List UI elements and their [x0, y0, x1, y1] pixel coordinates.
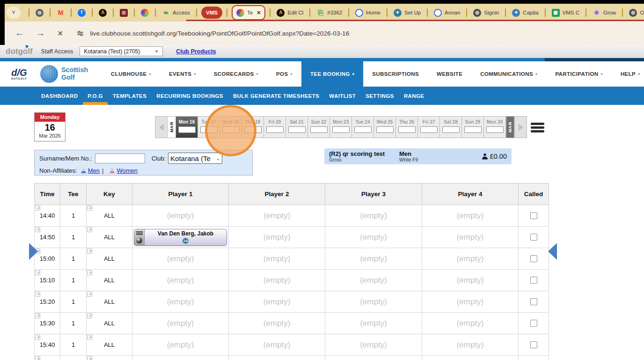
- player-slot-cell[interactable]: (empty): [325, 291, 422, 313]
- tab-signin[interactable]: ◍Signin: [471, 6, 501, 20]
- tab-3362[interactable]: ⎘#3362: [315, 6, 344, 20]
- key-cell[interactable]: ALL: [87, 270, 132, 291]
- player-slot-cell[interactable]: (empty): [229, 291, 325, 313]
- carousel-day-sat-21[interactable]: Sat 21: [286, 116, 308, 138]
- player-slot-cell[interactable]: (empty): [229, 270, 325, 291]
- pinned-tab-globe[interactable]: ◍: [34, 6, 45, 20]
- pinned-tab-facebook[interactable]: f: [76, 6, 88, 20]
- tab-teebooking[interactable]: Te✕: [232, 5, 265, 20]
- tab-onboa[interactable]: ◍Onboa: [627, 6, 644, 20]
- player-slot-cell[interactable]: (empty): [422, 248, 519, 270]
- player-slot-cell[interactable]: (empty): [132, 334, 229, 356]
- player-slot-cell[interactable]: (empty): [229, 248, 325, 270]
- scroll-right-arrow-icon[interactable]: [548, 243, 557, 260]
- nav-item-help[interactable]: HELP▾: [612, 61, 644, 87]
- sub-nav-settings[interactable]: SETTINGS: [361, 87, 399, 105]
- key-cell[interactable]: ALL: [87, 313, 132, 334]
- time-cell[interactable]: 15:40: [35, 334, 60, 356]
- scroll-left-arrow-icon[interactable]: [29, 243, 38, 260]
- time-cell[interactable]: 14:40: [35, 205, 60, 227]
- nav-item-clubhouse[interactable]: CLUBHOUSE▾: [102, 61, 160, 87]
- tab-annan[interactable]: Annan: [432, 6, 462, 20]
- player-slot-cell[interactable]: (empty): [422, 227, 519, 248]
- nav-item-scorecards[interactable]: SCORECARDS▾: [205, 61, 267, 87]
- player-slot-cell[interactable]: (empty): [325, 270, 422, 291]
- player-slot-cell[interactable]: (empty): [132, 205, 229, 227]
- sub-nav-range[interactable]: RANGE: [399, 87, 429, 105]
- pinned-tab-athletic[interactable]: A: [97, 6, 109, 20]
- men-link[interactable]: Men: [88, 167, 100, 174]
- tab-capita[interactable]: ✦Capita: [510, 6, 540, 20]
- player-slot-cell[interactable]: (empty): [325, 248, 422, 270]
- carousel-prev-button[interactable]: [155, 116, 168, 138]
- drag-handle[interactable]: [134, 229, 145, 245]
- sub-nav-dashboard[interactable]: DASHBOARD: [37, 87, 82, 105]
- player-slot-cell[interactable]: (empty): [132, 313, 229, 334]
- player-slot-cell[interactable]: (empty): [325, 313, 422, 334]
- tab-close-icon[interactable]: ✕: [256, 10, 261, 16]
- carousel-day-fri-20[interactable]: Fri 20: [264, 116, 286, 138]
- carousel-day-mon-30[interactable]: Mon 30: [484, 116, 506, 138]
- nav-item-subscriptions[interactable]: SUBSCRIPTIONS: [363, 61, 428, 87]
- player-slot-cell[interactable]: (empty): [422, 291, 519, 313]
- tab-edit-cl[interactable]: AEdit Cl: [275, 6, 305, 20]
- carousel-day-fri-27[interactable]: Fri 27: [418, 116, 440, 138]
- key-cell[interactable]: ALL: [87, 205, 132, 227]
- carousel-day-tue-24[interactable]: Tue 24: [352, 116, 374, 138]
- carousel-day-thu-26[interactable]: Thu 26: [396, 116, 418, 138]
- player-slot-cell[interactable]: (empty): [229, 313, 325, 334]
- key-cell[interactable]: ALL: [87, 291, 132, 313]
- carousel-next-button[interactable]: [514, 116, 527, 138]
- tab-access[interactable]: ❧Access: [160, 6, 192, 20]
- player-slot-cell[interactable]: (empty): [325, 227, 422, 248]
- stop-icon[interactable]: ✕: [57, 29, 63, 38]
- sub-nav-waitlist[interactable]: WAITLIST: [324, 87, 360, 105]
- called-checkbox[interactable]: [530, 277, 537, 284]
- player-slot-cell[interactable]: (empty): [229, 205, 325, 227]
- pinned-tab-crest[interactable]: ▣: [118, 6, 130, 20]
- player-slot-cell[interactable]: Van Den Berg, Jakob18: [132, 227, 229, 248]
- nav-item-website[interactable]: WEBSITE: [428, 61, 471, 87]
- key-cell[interactable]: ALL: [87, 227, 132, 248]
- time-cell[interactable]: 14:50: [35, 227, 60, 248]
- time-cell[interactable]: [35, 356, 60, 360]
- club-filter-dropdown[interactable]: Kotarana (Te⌄: [168, 153, 222, 164]
- key-cell[interactable]: ALL: [87, 248, 132, 270]
- carousel-day-mon-16[interactable]: Mon 16: [176, 116, 198, 138]
- player-slot-cell[interactable]: [422, 356, 519, 360]
- sub-nav-bulk-generate-timesheets[interactable]: BULK GENERATE TIMESHEETS: [228, 87, 324, 105]
- player-slot-cell[interactable]: (empty): [422, 205, 519, 227]
- player-slot-cell[interactable]: (empty): [325, 334, 422, 356]
- nav-item-participation[interactable]: PARTICIPATION▾: [546, 61, 612, 87]
- player-slot-cell[interactable]: (empty): [422, 334, 519, 356]
- tab-vms-c[interactable]: ▦VMS C: [550, 6, 581, 20]
- nav-item-communications[interactable]: COMMUNICATIONS▾: [471, 61, 546, 87]
- player-slot-cell[interactable]: [325, 356, 422, 360]
- key-cell[interactable]: ALL: [87, 334, 132, 356]
- club-select-dropdown[interactable]: Kotarana (Test) (2705)▼: [80, 46, 163, 56]
- time-cell[interactable]: 15:10: [35, 270, 60, 291]
- sub-nav-templates[interactable]: TEMPLATES: [108, 87, 151, 105]
- pinned-tab-gmail[interactable]: M: [55, 6, 66, 20]
- key-cell[interactable]: [87, 356, 132, 360]
- player-slot-cell[interactable]: (empty): [132, 270, 229, 291]
- player-slot-cell[interactable]: (empty): [325, 205, 422, 227]
- tab-grow[interactable]: ✳Grow: [591, 6, 618, 20]
- player-slot-cell[interactable]: [229, 356, 325, 360]
- sub-nav-p-o-g[interactable]: P.O.G: [83, 87, 107, 105]
- timesheet-menu-icon[interactable]: [531, 123, 544, 134]
- time-cell[interactable]: 15:00: [35, 248, 60, 270]
- site-info-icon[interactable]: [76, 29, 84, 37]
- called-checkbox[interactable]: [530, 298, 537, 305]
- tab-set-up[interactable]: ✦Set Up: [392, 6, 423, 20]
- nav-item-tee-booking[interactable]: TEE BOOKING▾: [301, 61, 363, 87]
- carousel-day-mon-23[interactable]: Mon 23: [330, 116, 352, 138]
- carousel-day-sun-22[interactable]: Sun 22: [308, 116, 330, 138]
- player-slot-cell[interactable]: [132, 356, 229, 360]
- time-cell[interactable]: 15:30: [35, 313, 60, 334]
- player-slot-cell[interactable]: (empty): [422, 313, 519, 334]
- called-checkbox[interactable]: [530, 212, 537, 219]
- player-slot-cell[interactable]: (empty): [229, 227, 325, 248]
- carousel-day-sun-29[interactable]: Sun 29: [462, 116, 484, 138]
- surname-input[interactable]: [95, 154, 145, 163]
